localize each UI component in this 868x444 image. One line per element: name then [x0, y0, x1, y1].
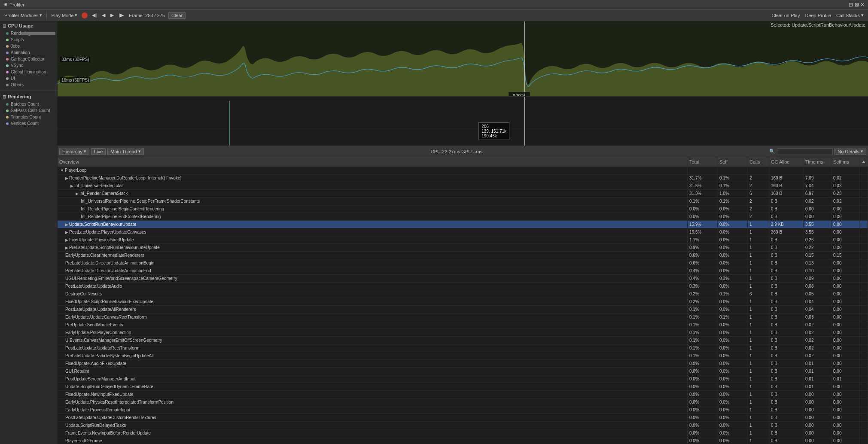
- prev-frame-button[interactable]: ◀|: [90, 12, 98, 18]
- toolbar: Profiler Modules ▾ Play Mode ▾ ◀| ◀ ▶ |▶…: [0, 9, 868, 21]
- cpu-section-header[interactable]: ⊡ CPU Usage: [0, 21, 57, 30]
- table-row[interactable]: PreLateUpdate.DirectorUpdateAnimationEnd…: [58, 267, 868, 275]
- table-row[interactable]: FixedUpdate.ScriptRunBehaviourFixedUpdat…: [58, 298, 868, 306]
- table-row[interactable]: EarlyUpdate.PollPlayerConnection0.1%0.0%…: [58, 329, 868, 337]
- header-total[interactable]: Total: [688, 157, 718, 166]
- header-self[interactable]: Self: [718, 157, 748, 166]
- clear-button[interactable]: Clear: [168, 12, 186, 19]
- deep-profile-button[interactable]: Deep Profile: [803, 12, 833, 18]
- table-row[interactable]: FixedUpdate.NewInputFixedUpdate0.0%0.0%1…: [58, 391, 868, 398]
- vertices-dot: [6, 122, 9, 125]
- sidebar-item-animation[interactable]: Animation: [0, 49, 57, 56]
- table-row[interactable]: PostLateUpdate.UpdateRectTransform0.1%0.…: [58, 344, 868, 352]
- table-row[interactable]: PreLateUpdate.ParticleSystemBeginUpdateA…: [58, 352, 868, 360]
- frame-info: Frame: 283 / 375: [129, 13, 165, 18]
- table-row[interactable]: FrameEvents.NewInputBeforeRenderUpdate0.…: [58, 429, 868, 437]
- table-row[interactable]: PostUpdateScreenManagerAndInput0.0%0.0%1…: [58, 375, 868, 383]
- expand-arrow[interactable]: ▼: [60, 168, 64, 173]
- expand-arrow[interactable]: ▶: [70, 184, 73, 188]
- expand-arrow[interactable]: ▶: [65, 222, 68, 227]
- table-row[interactable]: UGUI.Rendering.EmitWorldScreenspaceCamer…: [58, 275, 868, 283]
- table-row[interactable]: InI_RenderPipeline.EndContextRendering0.…: [58, 213, 868, 221]
- table-row[interactable]: PreUpdate.SendMouseEvents0.1%0.0%10 B0.0…: [58, 321, 868, 329]
- expand-arrow[interactable]: ▶: [65, 246, 68, 250]
- clear-on-play-button[interactable]: Clear on Play: [770, 12, 801, 18]
- table-row[interactable]: ▶ FixedUpdate.PhysicsFixedUpdate1.1%0.0%…: [58, 236, 868, 244]
- sidebar-item-garbage-collector[interactable]: GarbageCollector: [0, 56, 57, 62]
- profiler-modules-dropdown[interactable]: Profiler Modules ▾: [3, 12, 44, 18]
- main-layout: ⊡ CPU Usage Rendering Scripts Jobs Anima…: [0, 21, 868, 444]
- header-overview[interactable]: Overview: [58, 157, 688, 166]
- others-dot: [6, 84, 9, 86]
- table-row[interactable]: ▶ InI_Render.CameraStack31.3%1.0%6160 B6…: [58, 190, 868, 198]
- sidebar-item-batches[interactable]: Batches Count: [0, 101, 57, 107]
- header-sort[interactable]: [859, 157, 868, 166]
- table-row[interactable]: EarlyUpdate.PhysicsResetInterpolatedTran…: [58, 398, 868, 406]
- table-row[interactable]: PreLateUpdate.DirectorUpdateAnimationBeg…: [58, 259, 868, 267]
- bottom-toolbar: Hierarchy ▾ Live Main Thread ▾ CPU:22.27…: [58, 146, 868, 157]
- sidebar-item-vsync[interactable]: VSync: [0, 62, 57, 69]
- sidebar-separator: [0, 90, 57, 91]
- expand-arrow[interactable]: ▶: [65, 176, 68, 180]
- table-row[interactable]: PostLateUpdate.UpdateCustomRenderTexture…: [58, 414, 868, 422]
- table-row[interactable]: InI_UniversalRenderPipeline.SetupPerFram…: [58, 198, 868, 205]
- sidebar-item-jobs[interactable]: Jobs: [0, 43, 57, 49]
- setpass-dot: [6, 109, 9, 112]
- header-selfms[interactable]: Self ms: [831, 157, 859, 166]
- table-row[interactable]: Update.ScriptRunDelayedDynamicFrameRate0…: [58, 383, 868, 391]
- sidebar-item-setpass[interactable]: SetPass Calls Count: [0, 107, 57, 114]
- rendering-chart-icon: ⊡: [3, 94, 6, 99]
- table-row[interactable]: DestroyCullResults0.2%0.1%60 B0.050.00: [58, 290, 868, 298]
- search-input[interactable]: [777, 148, 833, 155]
- window-controls[interactable]: ⊟ ⊠ ✕: [849, 2, 865, 8]
- table-row[interactable]: EarlyUpdate.ClearIntermediateRenderers0.…: [58, 252, 868, 259]
- table-row[interactable]: ▶ RenderPipelineManager.DoRenderLoop_Int…: [58, 174, 868, 182]
- expand-arrow[interactable]: ▶: [76, 192, 79, 196]
- thread-dropdown[interactable]: Main Thread ▾: [107, 148, 144, 155]
- sidebar-item-ui[interactable]: UI: [0, 75, 57, 82]
- hierarchy-dropdown[interactable]: Hierarchy ▾: [59, 148, 89, 155]
- sidebar-item-others[interactable]: Others: [0, 82, 57, 88]
- header-timems[interactable]: Time ms: [804, 157, 831, 166]
- table-row[interactable]: Update.ScriptRunDelayedTasks0.0%0.0%10 B…: [58, 422, 868, 429]
- header-calls[interactable]: Calls: [748, 157, 769, 166]
- sidebar-item-triangles[interactable]: Triangles Count: [0, 114, 57, 120]
- table-row[interactable]: ▶ PreLateUpdate.ScriptRunBehaviourLateUp…: [58, 244, 868, 252]
- call-stacks-button[interactable]: Call Stacks ▾: [834, 12, 865, 18]
- next-frame-button[interactable]: |▶: [117, 12, 125, 18]
- chevron-down-icon: ▾: [138, 149, 141, 154]
- table-row[interactable]: GUI.Repaint0.0%0.0%10 B0.010.00: [58, 368, 868, 375]
- header-gcalloc[interactable]: GC Alloc: [769, 157, 804, 166]
- no-details-dropdown[interactable]: No Details ▾: [834, 148, 866, 155]
- prev-button[interactable]: ◀: [100, 12, 107, 18]
- table-row[interactable]: ▶ Update.ScriptRunBehaviourUpdate15.9%0.…: [58, 221, 868, 228]
- fps-label-33: 33ms (30FPS): [60, 57, 90, 62]
- live-label[interactable]: Live: [91, 148, 106, 155]
- table-row[interactable]: UIEvents.CanvasManagerEmitOffScreenGeome…: [58, 337, 868, 344]
- table-row[interactable]: PostLateUpdate.UpdateAllRenderers0.1%0.0…: [58, 306, 868, 313]
- table-row[interactable]: PlayerEndOfFrame0.0%0.0%10 B0.000.00: [58, 437, 868, 444]
- table-row[interactable]: InI_RenderPipeline.BeginContextRendering…: [58, 205, 868, 213]
- expand-arrow[interactable]: ▶: [65, 238, 68, 242]
- table-row[interactable]: ▼ PlayerLoop: [58, 167, 868, 174]
- table-row[interactable]: ▶ PostLateUpdate.PlayerUpdateCanvases15.…: [58, 228, 868, 236]
- table-row[interactable]: FixedUpdate.AudioFixedUpdate0.0%0.0%10 B…: [58, 360, 868, 368]
- table-container[interactable]: Overview Total Self Calls GC Alloc: [58, 157, 868, 444]
- expand-arrow[interactable]: ▶: [65, 230, 68, 234]
- cpu-chart[interactable]: 0.20ms 0.38ms 2.97ms 33ms (30FPS) 16ms (…: [58, 21, 868, 97]
- sidebar-item-vertices[interactable]: Vertices Count: [0, 120, 57, 127]
- chevron-down-icon: ▾: [40, 12, 42, 18]
- table-row[interactable]: EarlyUpdate.ProcessRemoteInput0.0%0.0%10…: [58, 406, 868, 414]
- rendering-section-header[interactable]: ⊡ Rendering: [0, 92, 57, 101]
- table-row[interactable]: EarlyUpdate.UpdateCanvasRectTransform0.1…: [58, 313, 868, 321]
- next-button[interactable]: ▶: [109, 12, 116, 18]
- play-mode-dropdown[interactable]: Play Mode ▾: [49, 12, 79, 18]
- record-button[interactable]: [82, 12, 88, 18]
- rendering-chart[interactable]: 206 139, 151.71k 190.46k 206 139, 151.71…: [58, 97, 868, 146]
- table-row[interactable]: PostLateUpdate.UpdateAudio0.3%0.0%10 B0.…: [58, 283, 868, 290]
- sidebar-item-rendering[interactable]: Rendering: [0, 30, 57, 36]
- sidebar-item-scripts[interactable]: Scripts: [0, 36, 57, 43]
- table-row[interactable]: ▶ InI_UniversalRenderTotal31.6%0.1%2160 …: [58, 182, 868, 190]
- sidebar-item-gi[interactable]: Global Illumination: [0, 69, 57, 75]
- batches-dot: [6, 103, 9, 106]
